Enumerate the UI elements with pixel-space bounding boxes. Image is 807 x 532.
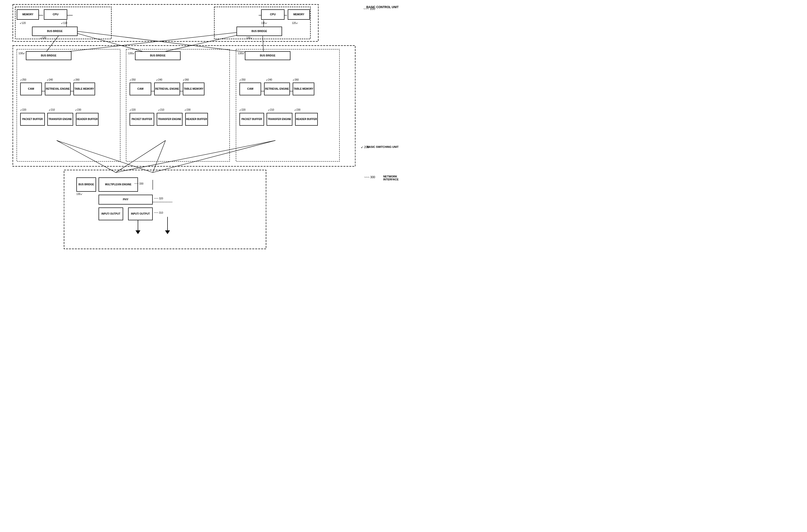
ref-260-sw3: ↙260 xyxy=(293,78,299,81)
table-memory1: TABLE MEMORY xyxy=(73,82,95,95)
svg-marker-27 xyxy=(165,230,170,234)
table-memory3: TABLE MEMORY xyxy=(293,82,314,95)
ref-220-sw1: ↙220 xyxy=(20,109,26,111)
ref-130-rbt: 130↙ xyxy=(246,36,252,39)
ref-130-sw3: 130↙ xyxy=(238,52,245,55)
svg-line-17 xyxy=(153,140,166,172)
retrieval-engine2: RETRIEVAL ENGINE xyxy=(154,82,180,95)
cpu-left: CPU xyxy=(44,10,67,20)
ref-220-sw3: ↙220 xyxy=(239,109,246,111)
ref-130-sw1: 130↙ xyxy=(18,52,25,55)
ref-230-sw3: ↙230 xyxy=(294,109,301,111)
svg-line-16 xyxy=(116,140,166,172)
ref-250-sw2: ↙250 xyxy=(130,78,136,81)
input-output1: INPUT/ OUTPUT xyxy=(98,208,123,220)
connection-lines xyxy=(0,0,404,266)
ref-110-left: ↙110 xyxy=(61,22,67,24)
bus-bridge-sw3: BUS BRIDGE xyxy=(245,51,290,60)
memory-left: MEMORY xyxy=(17,10,39,20)
header-buffer3: HEADER BUFFER xyxy=(295,113,318,126)
basic-switching-unit-label: BASIC SWITCHING UNIT xyxy=(367,145,399,148)
bus-bridge-right-top: BUS BRIDGE xyxy=(236,26,282,36)
phy: PHY xyxy=(98,195,153,205)
transfer-engine1: TRANSFER ENGINE xyxy=(47,113,73,126)
packet-buffer3: PACKET BUFFER xyxy=(239,113,264,126)
svg-line-18 xyxy=(116,140,275,172)
transfer-engine3: TRANSFER ENGINE xyxy=(267,113,292,126)
cpu-right: CPU xyxy=(261,10,285,20)
svg-line-14 xyxy=(57,140,116,172)
ref-250-sw1: ↙250 xyxy=(20,78,26,81)
table-memory2: TABLE MEMORY xyxy=(183,82,205,95)
svg-marker-25 xyxy=(135,230,140,234)
cam3: CAM xyxy=(239,82,261,95)
ref-300: ~~~ 300 xyxy=(364,175,375,179)
ref-210-sw3: ↙210 xyxy=(268,109,274,111)
multiplexin-engine: MULTIPLEXIN ENGINE xyxy=(98,177,138,192)
ref-240-sw2: ↙240 xyxy=(156,78,162,81)
diagram: BASIC CONTROL UNIT ~~~ 100 MEMORY CPU ↙1… xyxy=(0,0,404,266)
ref-320: ~~~ 320 xyxy=(154,197,163,200)
ref-310: ~~~ 310 xyxy=(154,211,163,214)
network-interface-label: NETWORKINTERFACE xyxy=(383,175,399,181)
ref-110-right: 110↙ xyxy=(261,22,267,24)
svg-rect-5 xyxy=(126,49,230,162)
ref-240-sw1: ↙240 xyxy=(47,78,53,81)
transfer-engine2: TRANSFER ENGINE xyxy=(157,113,182,126)
ref-120-right: 120↙ xyxy=(292,22,298,24)
retrieval-engine3: RETRIEVAL ENGINE xyxy=(264,82,290,95)
ref-240-sw3: ↙240 xyxy=(266,78,272,81)
ref-260-sw2: ↙260 xyxy=(183,78,189,81)
bus-bridge-sw2: BUS BRIDGE xyxy=(135,51,180,60)
ref-210-sw2: ↙210 xyxy=(158,109,164,111)
ref-130-ni: 130↙ xyxy=(76,193,82,195)
ref-230-sw1: ↙230 xyxy=(75,109,81,111)
bus-bridge-sw1: BUS BRIDGE xyxy=(26,51,72,60)
packet-buffer1: PACKET BUFFER xyxy=(20,113,45,126)
svg-line-19 xyxy=(153,140,275,172)
ref-130-lbt: ↙130 xyxy=(40,36,46,39)
retrieval-engine1: RETRIEVAL ENGINE xyxy=(45,82,71,95)
ref-220-sw2: ↙220 xyxy=(130,109,136,111)
svg-line-15 xyxy=(57,140,153,172)
svg-line-10 xyxy=(63,30,264,54)
ref-200: ↙ 200 xyxy=(361,145,369,149)
header-buffer2: HEADER BUFFER xyxy=(185,113,208,126)
ref-100: ~~~ 100 xyxy=(363,7,375,11)
ref-230-sw2: ↙230 xyxy=(185,109,191,111)
cam2: CAM xyxy=(130,82,151,95)
ref-260-sw1: ↙260 xyxy=(73,78,80,81)
memory-right: MEMORY xyxy=(288,10,310,20)
ref-120-left: ↙120 xyxy=(20,22,26,24)
ref-130-sw2: 130↙ xyxy=(128,52,135,55)
input-output2: INPUT/ OUTPUT xyxy=(128,208,153,220)
bus-bridge-ni: BUS BRIDGE xyxy=(76,177,96,192)
cam1: CAM xyxy=(20,82,42,95)
bus-bridge-left-top: BUS BRIDGE xyxy=(32,26,78,36)
ref-250-sw3: ↙250 xyxy=(239,78,246,81)
ref-210-sw1: ↙210 xyxy=(49,109,55,111)
svg-rect-6 xyxy=(236,49,340,162)
header-buffer1: HEADER BUFFER xyxy=(76,113,98,126)
packet-buffer2: PACKET BUFFER xyxy=(130,113,154,126)
ref-330: ~~~ 330 xyxy=(134,182,143,185)
svg-rect-3 xyxy=(13,45,355,166)
svg-rect-4 xyxy=(17,49,120,162)
